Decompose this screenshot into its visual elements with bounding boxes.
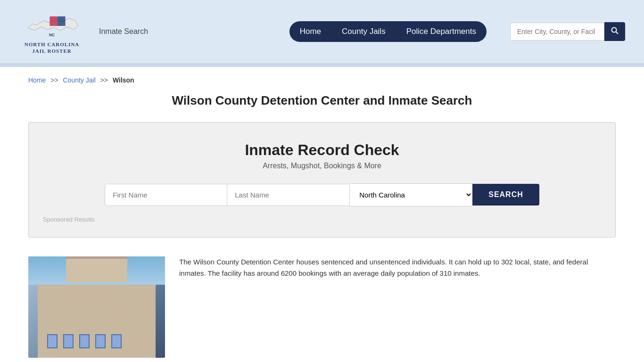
breadcrumb-sep1: >> <box>50 76 58 84</box>
logo-text: NORTH CAROLINA JAIL ROSTER <box>25 41 80 55</box>
svg-rect-2 <box>50 16 58 26</box>
nc-logo-image: NC <box>24 8 80 39</box>
first-name-input[interactable] <box>105 184 227 206</box>
nav-county-jails-button[interactable]: County Jails <box>331 21 396 42</box>
breadcrumb-sep2: >> <box>100 76 108 84</box>
breadcrumb-county-jail-link[interactable]: County Jail <box>63 76 96 84</box>
main-nav: Home County Jails Police Departments <box>289 21 487 42</box>
header-search-input[interactable] <box>510 23 604 41</box>
inmate-search-form: AlabamaAlaskaArizonaArkansasCaliforniaCo… <box>43 183 601 206</box>
svg-rect-3 <box>58 16 66 26</box>
record-check-subtitle: Arrests, Mugshot, Bookings & More <box>43 162 601 170</box>
main-content: Home >> County Jail >> Wilson Wilson Cou… <box>0 67 644 362</box>
page-title: Wilson County Detention Center and Inmat… <box>28 93 616 108</box>
record-check-title: Inmate Record Check <box>43 141 601 159</box>
svg-text:NC: NC <box>49 33 55 37</box>
search-icon <box>611 27 619 34</box>
nav-police-departments-button[interactable]: Police Departments <box>396 21 487 42</box>
breadcrumb-current: Wilson <box>113 76 134 84</box>
nav-home-button[interactable]: Home <box>289 21 331 42</box>
record-check-box: Inmate Record Check Arrests, Mugshot, Bo… <box>28 122 616 238</box>
header-search-area <box>510 22 625 41</box>
header-search-button[interactable] <box>604 22 625 41</box>
state-select[interactable]: AlabamaAlaskaArizonaArkansasCaliforniaCo… <box>350 183 472 206</box>
bottom-section: The Wilson County Detention Center house… <box>28 256 616 358</box>
last-name-input[interactable] <box>227 184 350 206</box>
site-header: NC NORTH CAROLINA JAIL ROSTER Inmate Sea… <box>0 0 644 67</box>
sponsored-label: Sponsored Results <box>43 216 601 223</box>
breadcrumb: Home >> County Jail >> Wilson <box>28 76 616 84</box>
logo-area: NC NORTH CAROLINA JAIL ROSTER <box>19 8 85 55</box>
facility-image <box>28 256 165 358</box>
header-separator <box>0 63 644 67</box>
facility-description: The Wilson County Detention Center house… <box>179 256 616 279</box>
svg-line-6 <box>616 32 619 34</box>
inmate-search-button[interactable]: SEARCH <box>472 184 539 206</box>
inmate-search-label: Inmate Search <box>99 27 148 36</box>
svg-point-5 <box>612 27 617 32</box>
breadcrumb-home-link[interactable]: Home <box>28 76 46 84</box>
